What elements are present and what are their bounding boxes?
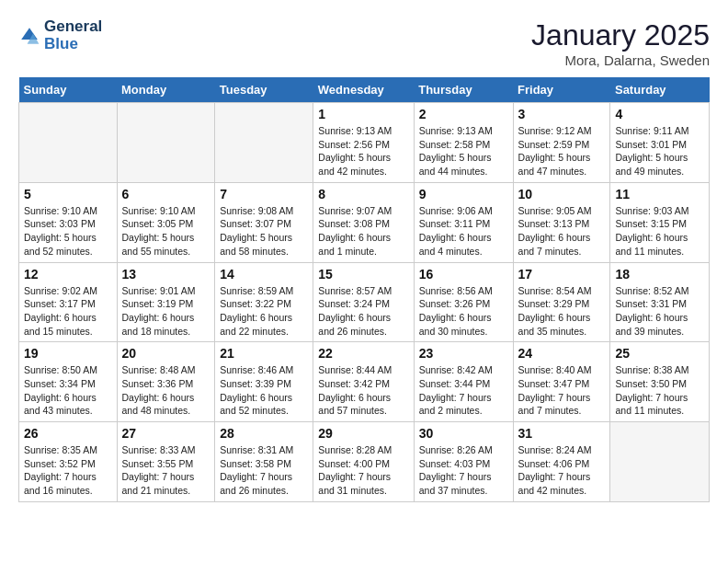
day-info: Sunrise: 9:06 AM Sunset: 3:11 PM Dayligh… bbox=[419, 204, 508, 259]
day-cell: 8Sunrise: 9:07 AM Sunset: 3:08 PM Daylig… bbox=[313, 182, 414, 262]
day-info: Sunrise: 8:35 AM Sunset: 3:52 PM Dayligh… bbox=[24, 443, 112, 498]
day-info: Sunrise: 9:02 AM Sunset: 3:17 PM Dayligh… bbox=[24, 284, 112, 339]
day-info: Sunrise: 9:10 AM Sunset: 3:03 PM Dayligh… bbox=[24, 204, 112, 259]
day-cell: 14Sunrise: 8:59 AM Sunset: 3:22 PM Dayli… bbox=[215, 262, 313, 342]
calendar-table: SundayMondayTuesdayWednesdayThursdayFrid… bbox=[18, 77, 710, 502]
day-info: Sunrise: 9:13 AM Sunset: 2:56 PM Dayligh… bbox=[318, 124, 408, 178]
weekday-saturday: Saturday bbox=[610, 77, 710, 103]
day-number: 23 bbox=[419, 346, 508, 361]
day-number: 16 bbox=[419, 267, 508, 282]
day-cell: 9Sunrise: 9:06 AM Sunset: 3:11 PM Daylig… bbox=[414, 182, 513, 262]
day-info: Sunrise: 9:01 AM Sunset: 3:19 PM Dayligh… bbox=[122, 284, 210, 339]
weekday-wednesday: Wednesday bbox=[313, 77, 414, 103]
week-row-3: 19Sunrise: 8:50 AM Sunset: 3:34 PM Dayli… bbox=[19, 342, 710, 422]
day-cell bbox=[610, 422, 710, 502]
day-cell: 24Sunrise: 8:40 AM Sunset: 3:47 PM Dayli… bbox=[513, 342, 610, 422]
day-number: 10 bbox=[518, 187, 606, 201]
day-info: Sunrise: 9:05 AM Sunset: 3:13 PM Dayligh… bbox=[518, 204, 606, 259]
day-info: Sunrise: 8:59 AM Sunset: 3:22 PM Dayligh… bbox=[220, 284, 308, 339]
day-number: 1 bbox=[318, 107, 408, 121]
day-cell: 22Sunrise: 8:44 AM Sunset: 3:42 PM Dayli… bbox=[313, 342, 414, 422]
day-info: Sunrise: 8:38 AM Sunset: 3:50 PM Dayligh… bbox=[615, 363, 704, 418]
day-info: Sunrise: 9:12 AM Sunset: 2:59 PM Dayligh… bbox=[518, 124, 606, 178]
day-cell: 27Sunrise: 8:33 AM Sunset: 3:55 PM Dayli… bbox=[117, 422, 215, 502]
day-number: 12 bbox=[24, 267, 112, 282]
day-info: Sunrise: 8:46 AM Sunset: 3:39 PM Dayligh… bbox=[220, 363, 308, 418]
day-cell: 6Sunrise: 9:10 AM Sunset: 3:05 PM Daylig… bbox=[117, 182, 215, 262]
day-cell bbox=[19, 103, 118, 183]
day-number: 13 bbox=[122, 267, 210, 282]
day-cell: 13Sunrise: 9:01 AM Sunset: 3:19 PM Dayli… bbox=[117, 262, 215, 342]
day-number: 24 bbox=[518, 346, 606, 361]
day-info: Sunrise: 8:57 AM Sunset: 3:24 PM Dayligh… bbox=[318, 284, 408, 339]
day-info: Sunrise: 8:24 AM Sunset: 4:06 PM Dayligh… bbox=[518, 443, 606, 498]
day-cell: 31Sunrise: 8:24 AM Sunset: 4:06 PM Dayli… bbox=[513, 422, 610, 502]
day-cell: 2Sunrise: 9:13 AM Sunset: 2:58 PM Daylig… bbox=[414, 103, 513, 183]
day-cell bbox=[117, 103, 215, 183]
day-number: 28 bbox=[220, 426, 308, 441]
day-info: Sunrise: 9:13 AM Sunset: 2:58 PM Dayligh… bbox=[419, 124, 508, 178]
day-info: Sunrise: 8:54 AM Sunset: 3:29 PM Dayligh… bbox=[518, 284, 606, 339]
day-info: Sunrise: 9:07 AM Sunset: 3:08 PM Dayligh… bbox=[318, 204, 408, 259]
day-info: Sunrise: 9:08 AM Sunset: 3:07 PM Dayligh… bbox=[220, 204, 308, 259]
day-cell: 19Sunrise: 8:50 AM Sunset: 3:34 PM Dayli… bbox=[19, 342, 118, 422]
logo-blue: Blue bbox=[44, 36, 102, 53]
day-info: Sunrise: 8:56 AM Sunset: 3:26 PM Dayligh… bbox=[419, 284, 508, 339]
day-cell bbox=[215, 103, 313, 183]
week-row-0: 1Sunrise: 9:13 AM Sunset: 2:56 PM Daylig… bbox=[19, 103, 710, 183]
day-cell: 25Sunrise: 8:38 AM Sunset: 3:50 PM Dayli… bbox=[610, 342, 710, 422]
logo-icon bbox=[18, 25, 40, 47]
day-number: 31 bbox=[518, 426, 606, 441]
weekday-header-row: SundayMondayTuesdayWednesdayThursdayFrid… bbox=[19, 77, 710, 103]
day-cell: 16Sunrise: 8:56 AM Sunset: 3:26 PM Dayli… bbox=[414, 262, 513, 342]
day-number: 26 bbox=[24, 426, 112, 441]
day-info: Sunrise: 8:52 AM Sunset: 3:31 PM Dayligh… bbox=[615, 284, 704, 339]
day-number: 21 bbox=[220, 346, 308, 361]
day-info: Sunrise: 8:33 AM Sunset: 3:55 PM Dayligh… bbox=[122, 443, 210, 498]
day-cell: 3Sunrise: 9:12 AM Sunset: 2:59 PM Daylig… bbox=[513, 103, 610, 183]
day-info: Sunrise: 8:48 AM Sunset: 3:36 PM Dayligh… bbox=[122, 363, 210, 418]
day-number: 2 bbox=[419, 107, 508, 121]
day-cell: 20Sunrise: 8:48 AM Sunset: 3:36 PM Dayli… bbox=[117, 342, 215, 422]
day-number: 7 bbox=[220, 187, 308, 201]
day-info: Sunrise: 8:26 AM Sunset: 4:03 PM Dayligh… bbox=[419, 443, 508, 498]
week-row-1: 5Sunrise: 9:10 AM Sunset: 3:03 PM Daylig… bbox=[19, 182, 710, 262]
day-number: 30 bbox=[419, 426, 508, 441]
day-number: 11 bbox=[615, 187, 704, 201]
day-number: 6 bbox=[122, 187, 210, 201]
logo-general: General bbox=[44, 18, 102, 36]
day-cell: 30Sunrise: 8:26 AM Sunset: 4:03 PM Dayli… bbox=[414, 422, 513, 502]
weekday-sunday: Sunday bbox=[19, 77, 118, 103]
day-info: Sunrise: 8:50 AM Sunset: 3:34 PM Dayligh… bbox=[24, 363, 112, 418]
day-info: Sunrise: 8:40 AM Sunset: 3:47 PM Dayligh… bbox=[518, 363, 606, 418]
day-cell: 11Sunrise: 9:03 AM Sunset: 3:15 PM Dayli… bbox=[610, 182, 710, 262]
day-number: 29 bbox=[318, 426, 408, 441]
weekday-monday: Monday bbox=[117, 77, 215, 103]
header: General Blue January 2025 Mora, Dalarna,… bbox=[18, 18, 710, 68]
day-number: 17 bbox=[518, 267, 606, 282]
day-cell: 17Sunrise: 8:54 AM Sunset: 3:29 PM Dayli… bbox=[513, 262, 610, 342]
day-number: 8 bbox=[318, 187, 408, 201]
weekday-thursday: Thursday bbox=[414, 77, 513, 103]
day-number: 14 bbox=[220, 267, 308, 282]
day-cell: 26Sunrise: 8:35 AM Sunset: 3:52 PM Dayli… bbox=[19, 422, 118, 502]
day-info: Sunrise: 8:28 AM Sunset: 4:00 PM Dayligh… bbox=[318, 443, 408, 498]
weekday-tuesday: Tuesday bbox=[215, 77, 313, 103]
day-number: 27 bbox=[122, 426, 210, 441]
day-info: Sunrise: 8:42 AM Sunset: 3:44 PM Dayligh… bbox=[419, 363, 508, 418]
day-cell: 4Sunrise: 9:11 AM Sunset: 3:01 PM Daylig… bbox=[610, 103, 710, 183]
day-number: 4 bbox=[615, 107, 704, 121]
day-number: 18 bbox=[615, 267, 704, 282]
day-number: 9 bbox=[419, 187, 508, 201]
week-row-2: 12Sunrise: 9:02 AM Sunset: 3:17 PM Dayli… bbox=[19, 262, 710, 342]
month-title: January 2025 bbox=[531, 18, 710, 52]
day-number: 15 bbox=[318, 267, 408, 282]
page: General Blue January 2025 Mora, Dalarna,… bbox=[0, 0, 728, 521]
day-info: Sunrise: 8:44 AM Sunset: 3:42 PM Dayligh… bbox=[318, 363, 408, 418]
day-info: Sunrise: 9:11 AM Sunset: 3:01 PM Dayligh… bbox=[615, 124, 704, 178]
day-cell: 23Sunrise: 8:42 AM Sunset: 3:44 PM Dayli… bbox=[414, 342, 513, 422]
day-number: 19 bbox=[24, 346, 112, 361]
weekday-friday: Friday bbox=[513, 77, 610, 103]
day-number: 25 bbox=[615, 346, 704, 361]
calendar-body: 1Sunrise: 9:13 AM Sunset: 2:56 PM Daylig… bbox=[19, 103, 710, 502]
